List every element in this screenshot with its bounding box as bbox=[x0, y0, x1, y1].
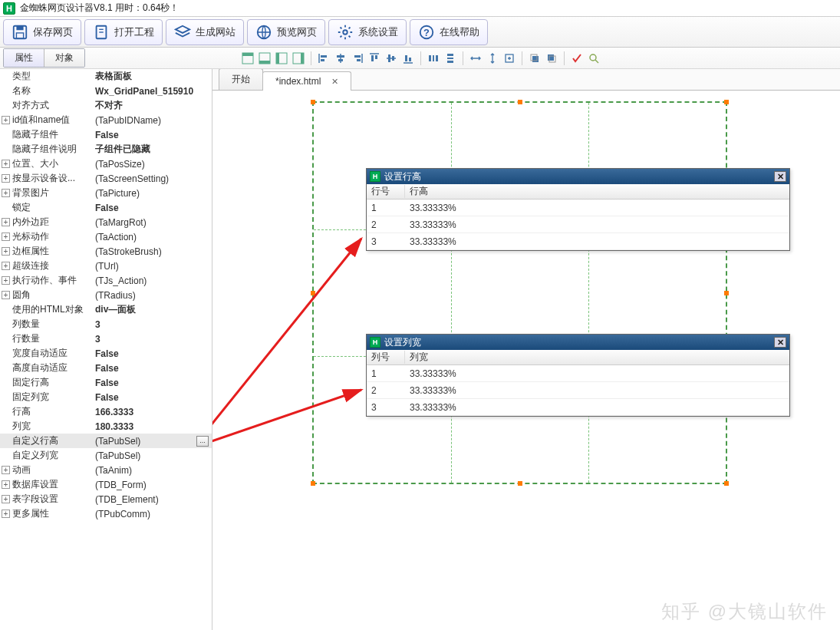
property-row[interactable]: +执行动作、事件(TJs_Action) bbox=[0, 273, 212, 288]
align-left-icon[interactable] bbox=[316, 51, 331, 66]
property-row[interactable]: 使用的HTML对象div—面板 bbox=[0, 302, 212, 317]
same-width-icon[interactable] bbox=[468, 51, 483, 66]
close-icon[interactable]: ✕ bbox=[774, 171, 786, 182]
property-row[interactable]: +动画(TaAnim) bbox=[0, 463, 212, 477]
search-icon[interactable] bbox=[586, 51, 601, 66]
resize-handle[interactable] bbox=[311, 481, 315, 486]
resize-handle[interactable] bbox=[724, 291, 729, 295]
dialog-titlebar[interactable]: H 设置行高 ✕ bbox=[367, 169, 789, 184]
tab-index-html[interactable]: *index.html ✕ bbox=[262, 71, 351, 91]
distribute-h-icon[interactable] bbox=[426, 51, 441, 66]
distribute-v-icon[interactable] bbox=[443, 51, 458, 66]
property-row[interactable]: 列宽180.3333 bbox=[0, 419, 212, 434]
align-top-icon[interactable] bbox=[367, 51, 382, 66]
property-row[interactable]: 自定义行高(TaPubSel)... bbox=[0, 434, 212, 448]
expand-icon[interactable]: + bbox=[2, 262, 10, 270]
settings-button[interactable]: 系统设置 bbox=[328, 19, 407, 45]
property-row[interactable]: 名称Wx_GridPanel_515910 bbox=[0, 84, 212, 98]
property-row[interactable]: 类型表格面板 bbox=[0, 69, 212, 84]
property-row[interactable]: +表字段设置(TDB_Element) bbox=[0, 492, 212, 506]
check-icon[interactable] bbox=[569, 51, 585, 66]
generate-button[interactable]: 生成网站 bbox=[166, 19, 244, 45]
resize-handle[interactable] bbox=[518, 100, 522, 104]
property-row[interactable]: +按显示设备设...(TaScreenSetting) bbox=[0, 171, 212, 186]
table-row[interactable]: 233.33333% bbox=[367, 382, 789, 399]
dialog-row-height[interactable]: H 设置行高 ✕ 行号 行高 133.33333%233.33333%333.3… bbox=[366, 168, 790, 251]
send-back-icon[interactable] bbox=[544, 51, 559, 66]
property-row[interactable]: 宽度自动适应False bbox=[0, 346, 212, 361]
align-middle-icon[interactable] bbox=[384, 51, 399, 66]
expand-icon[interactable]: + bbox=[2, 160, 10, 168]
expand-icon[interactable]: + bbox=[2, 174, 10, 183]
save-button[interactable]: 保存网页 bbox=[3, 19, 81, 45]
tab-properties[interactable]: 属性 bbox=[4, 49, 44, 67]
expand-icon[interactable]: + bbox=[2, 495, 10, 503]
table-row[interactable]: 133.33333% bbox=[367, 200, 789, 216]
property-row[interactable]: 行高166.3333 bbox=[0, 404, 212, 419]
help-button[interactable]: ? 在线帮助 bbox=[410, 19, 488, 45]
align-center-h-icon[interactable] bbox=[333, 51, 348, 66]
property-value: (TRadius) bbox=[95, 290, 212, 301]
layout-icon-3[interactable] bbox=[274, 51, 289, 66]
open-button[interactable]: 打开工程 bbox=[84, 19, 163, 45]
property-row[interactable]: +更多属性(TPubComm) bbox=[0, 506, 212, 521]
table-row[interactable]: 133.33333% bbox=[367, 365, 789, 382]
expand-icon[interactable]: + bbox=[2, 116, 10, 124]
design-surface[interactable]: H 设置行高 ✕ 行号 行高 133.33333%233.33333%333.3… bbox=[212, 91, 840, 630]
property-row[interactable]: +圆角(TRadius) bbox=[0, 288, 212, 302]
dialog-titlebar[interactable]: H 设置列宽 ✕ bbox=[367, 335, 789, 350]
property-row[interactable]: 固定列宽False bbox=[0, 390, 212, 404]
property-row[interactable]: +边框属性(TaStrokeBrush) bbox=[0, 244, 212, 259]
table-row[interactable]: 333.33333% bbox=[367, 399, 789, 416]
align-bottom-icon[interactable] bbox=[400, 51, 416, 66]
property-row[interactable]: +位置、大小(TaPosSize) bbox=[0, 157, 212, 171]
expand-icon[interactable]: + bbox=[2, 218, 10, 226]
property-row[interactable]: 固定行高False bbox=[0, 375, 212, 390]
expand-icon[interactable]: + bbox=[2, 291, 10, 299]
layout-icon-4[interactable] bbox=[291, 51, 306, 66]
property-row[interactable]: 隐藏子组件说明子组件已隐藏 bbox=[0, 142, 212, 157]
align-right-icon[interactable] bbox=[350, 51, 365, 66]
property-row[interactable]: +id值和name值(TaPubIDName) bbox=[0, 113, 212, 127]
grid-panel[interactable] bbox=[312, 101, 727, 484]
bring-front-icon[interactable] bbox=[527, 51, 542, 66]
table-row[interactable]: 233.33333% bbox=[367, 216, 789, 233]
expand-icon[interactable]: + bbox=[2, 189, 10, 197]
resize-handle[interactable] bbox=[518, 481, 522, 486]
preview-button[interactable]: 预览网页 bbox=[247, 19, 325, 45]
property-row[interactable]: 高度自动适应False bbox=[0, 361, 212, 375]
layout-icon-1[interactable] bbox=[240, 51, 255, 66]
property-row[interactable]: +背景图片(TaPicture) bbox=[0, 186, 212, 200]
property-row[interactable]: 隐藏子组件False bbox=[0, 127, 212, 142]
property-value: 子组件已隐藏 bbox=[95, 143, 212, 156]
expand-icon[interactable]: + bbox=[2, 510, 10, 518]
dialog-col-width[interactable]: H 设置列宽 ✕ 列号 列宽 133.33333%233.33333%333.3… bbox=[366, 334, 790, 417]
property-row[interactable]: 锁定False bbox=[0, 200, 212, 215]
tab-start[interactable]: 开始 bbox=[219, 69, 263, 90]
close-icon[interactable]: ✕ bbox=[774, 337, 786, 348]
tab-objects[interactable]: 对象 bbox=[44, 49, 84, 67]
resize-handle[interactable] bbox=[724, 481, 729, 486]
resize-handle[interactable] bbox=[311, 100, 315, 104]
property-row[interactable]: 自定义列宽(TaPubSel) bbox=[0, 448, 212, 463]
layout-icon-2[interactable] bbox=[257, 51, 272, 66]
property-row[interactable]: +超级连接(TUrl) bbox=[0, 259, 212, 273]
property-row[interactable]: +光标动作(TaAction) bbox=[0, 229, 212, 244]
property-row[interactable]: +数据库设置(TDB_Form) bbox=[0, 477, 212, 492]
same-height-icon[interactable] bbox=[485, 51, 500, 66]
same-size-icon[interactable] bbox=[502, 51, 517, 66]
property-row[interactable]: 行数量3 bbox=[0, 331, 212, 346]
resize-handle[interactable] bbox=[724, 100, 729, 104]
expand-icon[interactable]: + bbox=[2, 480, 10, 489]
property-row[interactable]: 列数量3 bbox=[0, 317, 212, 331]
ellipsis-button[interactable]: ... bbox=[196, 436, 209, 447]
resize-handle[interactable] bbox=[311, 291, 315, 295]
expand-icon[interactable]: + bbox=[2, 276, 10, 285]
expand-icon[interactable]: + bbox=[2, 233, 10, 241]
expand-icon[interactable]: + bbox=[2, 247, 10, 256]
close-icon[interactable]: ✕ bbox=[331, 77, 338, 86]
property-row[interactable]: +内外边距(TaMargRot) bbox=[0, 215, 212, 229]
property-row[interactable]: 对齐方式不对齐 bbox=[0, 98, 212, 113]
table-row[interactable]: 333.33333% bbox=[367, 233, 789, 250]
expand-icon[interactable]: + bbox=[2, 466, 10, 474]
